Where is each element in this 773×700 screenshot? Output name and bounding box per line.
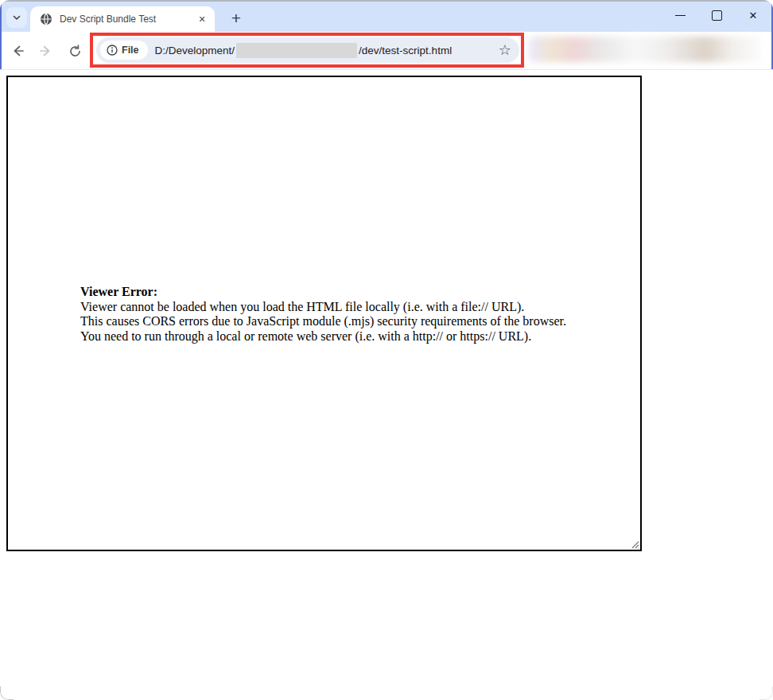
tab-title: Dev Script Bundle Test	[60, 14, 196, 25]
url-prefix: D:/Development/	[155, 45, 235, 56]
minimize-icon	[675, 15, 686, 16]
window-corner	[759, 686, 773, 700]
reload-icon	[68, 45, 82, 58]
error-line: This causes CORS errors due to JavaScrip…	[80, 314, 605, 329]
url-text: D:/Development/ /dev/test-script.html	[155, 43, 495, 58]
reload-button[interactable]	[64, 40, 86, 62]
browser-window: Dev Script Bundle Test ✕ + ✕	[0, 0, 773, 700]
viewer-frame: Viewer Error: Viewer cannot be loaded wh…	[6, 76, 642, 551]
file-security-chip[interactable]: File	[100, 41, 148, 60]
new-tab-button[interactable]: +	[224, 6, 248, 30]
minimize-button[interactable]	[662, 2, 698, 29]
tab-close-button[interactable]: ✕	[196, 13, 208, 25]
window-controls: ✕	[662, 2, 771, 29]
address-bar[interactable]: File D:/Development/ /dev/test-script.ht…	[96, 37, 519, 63]
arrow-left-icon	[10, 44, 25, 58]
info-icon	[107, 45, 118, 56]
page-content: Viewer Error: Viewer cannot be loaded wh…	[0, 70, 773, 700]
forward-button[interactable]	[35, 40, 57, 62]
resize-handle[interactable]	[629, 539, 639, 549]
tab-search-button[interactable]	[6, 7, 27, 28]
file-chip-label: File	[122, 45, 139, 56]
bookmark-star-button[interactable]: ☆	[499, 43, 511, 57]
maximize-icon	[712, 10, 722, 21]
url-suffix: /dev/test-script.html	[359, 45, 452, 56]
globe-favicon-icon	[40, 13, 52, 25]
error-line: Viewer cannot be loaded when you load th…	[80, 300, 605, 315]
arrow-right-icon	[39, 44, 53, 58]
back-button[interactable]	[6, 40, 29, 62]
window-top-border	[0, 0, 773, 2]
error-line: You need to run through a local or remot…	[80, 329, 605, 344]
window-corner	[0, 686, 14, 700]
close-icon: ✕	[749, 10, 758, 21]
window-left-border	[0, 0, 2, 69]
close-window-button[interactable]: ✕	[735, 2, 771, 29]
url-redacted-block	[236, 43, 357, 58]
tab-dev-script-bundle-test[interactable]: Dev Script Bundle Test ✕	[30, 6, 215, 32]
error-heading: Viewer Error:	[80, 285, 605, 300]
maximize-button[interactable]	[698, 2, 735, 29]
viewer-error-message: Viewer Error: Viewer cannot be loaded wh…	[80, 285, 605, 344]
tab-strip: Dev Script Bundle Test ✕ +	[0, 2, 773, 32]
blurred-extensions-area	[529, 37, 761, 62]
chevron-down-icon	[12, 13, 21, 22]
